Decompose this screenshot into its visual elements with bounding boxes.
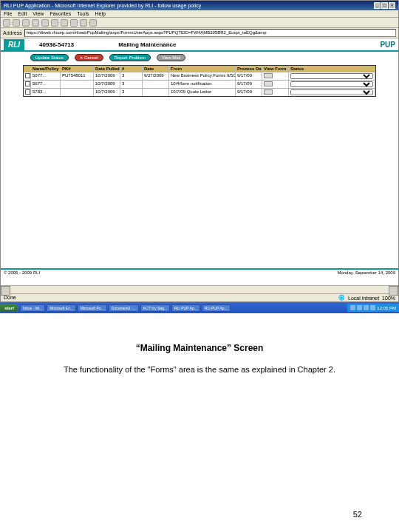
refresh-icon[interactable]	[32, 19, 39, 27]
th-view: View Form	[262, 66, 289, 72]
view-form-button[interactable]	[264, 73, 273, 78]
row-checkbox[interactable]	[25, 81, 30, 86]
tray-icon[interactable]	[350, 305, 355, 310]
th-from: From	[169, 66, 236, 72]
product-label: PUP	[380, 41, 395, 49]
ie-window: RLI PUP Application - Microsoft Internet…	[0, 0, 399, 302]
menu-help[interactable]: Help	[95, 11, 106, 16]
zone-icon: 🌐	[338, 295, 345, 301]
mailing-table: Name/Policy PK# Date Pulled # Date From …	[23, 65, 376, 97]
page-number: 52	[353, 510, 362, 519]
cell-date	[143, 81, 169, 88]
cell-from: 10/7/09 Quote Letter	[169, 89, 236, 96]
cell-pk	[61, 81, 94, 88]
row-checkbox[interactable]	[25, 73, 30, 78]
menu-view[interactable]: View	[33, 11, 44, 16]
zoom-level[interactable]: 100%	[382, 296, 395, 301]
horizontal-scrollbar[interactable]	[1, 285, 398, 293]
action-buttons: Update Status Cancel Report Problem View…	[1, 52, 398, 64]
report-problem-button[interactable]: Report Problem	[109, 54, 151, 61]
update-status-button[interactable]: Update Status	[30, 54, 69, 61]
policy-number: 40936-54713	[39, 41, 74, 48]
app-footer: © 2005 - 2009 RLI Monday, September 14, …	[1, 268, 398, 276]
th-status: Status	[289, 66, 375, 72]
menu-edit[interactable]: Edit	[18, 11, 27, 16]
status-select[interactable]	[290, 73, 373, 79]
cancel-button[interactable]: Cancel	[75, 54, 103, 61]
menu-file[interactable]: File	[4, 11, 12, 16]
system-tray: 12:05 PM	[347, 304, 399, 312]
close-button[interactable]: ×	[389, 2, 395, 9]
back-icon[interactable]	[3, 19, 10, 27]
cell-name: 5677...	[31, 81, 61, 88]
cell-name: 5077...	[31, 72, 61, 80]
cell-from: 10/4/form notification	[169, 81, 236, 88]
taskbar-app[interactable]: RLI PUP Ap...	[171, 304, 200, 312]
th-pulled: Date Pulled	[94, 66, 120, 72]
cell-num: 3	[120, 72, 143, 80]
th-name: Name/Policy	[31, 66, 61, 72]
cell-proc: 9/17/09	[236, 81, 262, 88]
caption-title: “Mailing Maintenance” Screen	[22, 343, 377, 353]
status-select[interactable]	[290, 81, 373, 87]
th-proc: Process Date	[236, 66, 262, 72]
taskbar-app[interactable]: Microsoft Ex...	[47, 304, 76, 312]
table-row: 5077... PU7548011 10/7/2009 3 9/27/2009 …	[24, 72, 375, 80]
stop-icon[interactable]	[22, 19, 30, 27]
toolbar	[1, 18, 398, 28]
cell-name: 5783...	[31, 89, 61, 96]
tray-icon[interactable]	[357, 305, 362, 310]
taskbar-app[interactable]: RLI PUP Ap...	[202, 304, 231, 312]
minimize-button[interactable]: _	[374, 2, 381, 9]
windows-taskbar: start Inbox - Mi... Microsoft Ex... Micr…	[0, 302, 399, 313]
print-icon[interactable]	[89, 19, 97, 27]
copyright: © 2005 - 2009 RLI	[4, 270, 40, 275]
th-date: Date	[143, 66, 169, 72]
mail-icon[interactable]	[80, 19, 87, 27]
history-icon[interactable]	[70, 19, 78, 27]
page-content: RLI 40936-54713 Mailing Maintenance PUP …	[1, 38, 398, 285]
screen-title: Mailing Maintenance	[118, 41, 176, 48]
cell-num: 3	[120, 81, 143, 88]
status-select[interactable]	[290, 89, 373, 95]
clock[interactable]: 12:05 PM	[377, 306, 396, 310]
view-form-button[interactable]	[264, 81, 273, 86]
cell-date	[143, 89, 169, 96]
url-field[interactable]: https://rliweb.rlicorp.com/rliwebPupMail…	[24, 29, 396, 37]
taskbar-app[interactable]: Inbox - Mi...	[20, 304, 45, 312]
th-num: #	[120, 66, 143, 72]
tray-icon[interactable]	[364, 305, 369, 310]
th-check	[24, 66, 31, 72]
view-mail-button[interactable]: View Mail	[157, 54, 186, 61]
menubar: File Edit View Favorites Tools Help	[1, 10, 398, 18]
caption-body: The functionality of the "Forms" area is…	[22, 365, 377, 374]
cell-pulled: 10/7/2009	[94, 81, 120, 88]
start-button[interactable]: start	[0, 304, 18, 312]
status-bar: Done 🌐 Local intranet 100%	[1, 293, 398, 301]
taskbar-app[interactable]: ACT! by Sag...	[140, 304, 171, 312]
home-icon[interactable]	[41, 19, 49, 27]
window-title: RLI PUP Application - Microsoft Internet…	[4, 3, 201, 8]
app-header: RLI 40936-54713 Mailing Maintenance PUP	[1, 38, 398, 52]
taskbar-app[interactable]: Document2 -...	[109, 304, 139, 312]
cell-pulled: 10/7/2009	[94, 89, 120, 96]
current-date: Monday, September 14, 2009	[337, 270, 395, 275]
favorites-icon[interactable]	[61, 19, 68, 27]
table-row: 5783... 10/7/2009 3 10/7/09 Quote Letter…	[24, 88, 375, 96]
view-form-button[interactable]	[264, 89, 273, 95]
cell-num: 3	[120, 89, 143, 96]
menu-favorites[interactable]: Favorites	[50, 11, 71, 16]
menu-tools[interactable]: Tools	[77, 11, 89, 16]
tray-icon[interactable]	[370, 305, 375, 310]
maximize-button[interactable]: □	[381, 2, 388, 9]
status-text: Done	[4, 295, 16, 301]
cell-date: 9/27/2009	[143, 72, 169, 80]
window-controls: _ □ ×	[374, 2, 395, 9]
taskbar-app[interactable]: Microsoft Po...	[78, 304, 107, 312]
security-zone: Local intranet	[348, 296, 379, 301]
search-icon[interactable]	[51, 19, 58, 27]
rli-logo: RLI	[4, 39, 24, 50]
forward-icon[interactable]	[13, 19, 20, 27]
row-checkbox[interactable]	[25, 89, 30, 95]
cell-proc: 9/17/09	[236, 89, 262, 96]
